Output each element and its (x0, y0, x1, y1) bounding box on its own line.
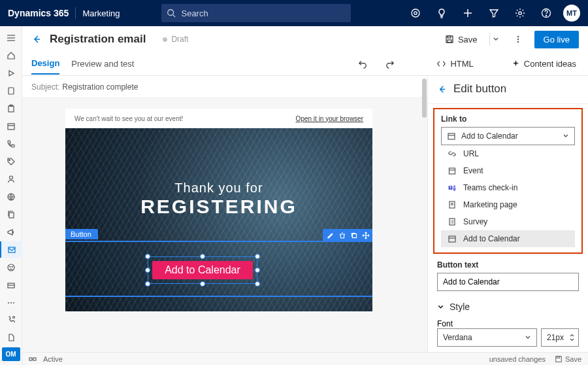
rail-dots-icon[interactable] (0, 294, 22, 311)
resize-handle[interactable] (145, 254, 150, 259)
svg-point-35 (517, 39, 518, 40)
resize-handle[interactable] (255, 281, 260, 287)
design-canvas[interactable]: Subject: Registration complete We can't … (22, 76, 427, 352)
status-flow-icon (29, 355, 37, 363)
selection-duplicate-button[interactable] (349, 230, 359, 241)
open-in-browser-link[interactable]: Open it in your browser (296, 115, 363, 122)
rail-play-icon[interactable] (0, 65, 22, 82)
html-button[interactable]: HTML (434, 56, 476, 71)
rail-card-icon[interactable] (0, 277, 22, 293)
selection-delete-button[interactable] (337, 230, 348, 241)
style-accordion[interactable]: Style (428, 298, 588, 316)
user-avatar[interactable]: MT (563, 5, 580, 22)
selection-edit-button[interactable] (325, 230, 336, 241)
rail-phone-icon[interactable] (0, 136, 22, 152)
tab-design[interactable]: Design (31, 53, 59, 75)
rail-app-badge[interactable]: OM (2, 347, 20, 361)
main-area: Registration email Draft Save Go live De… (22, 26, 588, 352)
lightbulb-icon[interactable] (433, 4, 451, 22)
linkto-option-marketing-page[interactable]: Marketing page (441, 196, 575, 213)
selection-move-button[interactable] (361, 230, 371, 241)
svg-point-24 (12, 266, 12, 267)
buttontext-input[interactable] (437, 273, 579, 291)
rail-device-icon[interactable] (0, 83, 22, 99)
hero-line1: Thank you for (174, 181, 263, 196)
hero-line2: REGISTERING (140, 196, 297, 218)
resize-handle[interactable] (200, 281, 205, 287)
svg-rect-52 (33, 358, 36, 360)
linkto-option-survey[interactable]: Survey (441, 213, 575, 230)
panel-back-button[interactable] (437, 84, 447, 94)
rail-hamburger-icon[interactable] (0, 30, 22, 46)
svg-point-17 (8, 160, 10, 161)
top-nav: Dynamics 365 Marketing Search MT (0, 0, 588, 26)
rail-calendar-icon[interactable] (0, 118, 22, 135)
brand-separator (75, 7, 76, 19)
svg-point-18 (9, 176, 12, 179)
svg-line-1 (173, 15, 176, 18)
rail-globe-icon[interactable] (0, 188, 22, 205)
go-live-button[interactable]: Go live (534, 31, 579, 48)
svg-text:T: T (449, 186, 451, 190)
rail-person-icon[interactable] (0, 171, 22, 188)
calendar-icon (448, 234, 457, 243)
sparkle-icon (512, 60, 520, 68)
settings-icon[interactable] (511, 4, 529, 22)
filter-icon[interactable] (485, 4, 503, 22)
svg-point-34 (517, 36, 518, 37)
linkto-label: Link to (441, 114, 575, 124)
rail-home-icon[interactable] (0, 48, 22, 64)
email-canvas[interactable]: We can't wait to see you at our event! O… (65, 109, 372, 311)
resize-handle[interactable] (145, 268, 150, 273)
email-hero[interactable]: Thank you for REGISTERING Button (65, 128, 372, 311)
svg-rect-20 (9, 213, 14, 218)
rail-megaphone-icon[interactable] (0, 224, 22, 240)
content-ideas-button[interactable]: Content ideas (509, 56, 579, 71)
linkto-option-event[interactable]: Event (441, 162, 575, 179)
redo-button[interactable] (382, 56, 397, 71)
more-commands-button[interactable] (514, 35, 523, 44)
cta-button[interactable]: Add to Calendar (152, 261, 253, 279)
help-icon[interactable] (537, 4, 555, 22)
highlighted-linkto-region: Link to Add to Calendar URL Event TTeams… (433, 108, 583, 254)
subject-bar[interactable]: Subject: Registration complete (22, 76, 427, 98)
rail-copy-icon[interactable] (0, 206, 22, 222)
tab-preview[interactable]: Preview and test (71, 54, 134, 74)
linkto-select[interactable]: Add to Calendar (441, 127, 575, 145)
resize-handle[interactable] (255, 268, 260, 273)
back-button[interactable] (31, 34, 42, 44)
svg-point-43 (453, 185, 456, 188)
module-name[interactable]: Marketing (82, 9, 120, 18)
rail-email-icon[interactable] (0, 241, 22, 258)
rail-doc-icon[interactable] (0, 330, 22, 346)
rail-smile-icon[interactable] (0, 259, 22, 275)
undo-button[interactable] (355, 56, 370, 71)
svg-point-30 (12, 317, 14, 319)
stepper-icon (569, 333, 575, 342)
page-header: Registration email Draft Save Go live (22, 26, 588, 52)
rail-tag-icon[interactable] (0, 154, 22, 170)
app-name[interactable]: Dynamics 365 (8, 8, 69, 18)
resize-handle[interactable] (145, 281, 150, 287)
search-icon (167, 9, 176, 18)
save-split-chevron[interactable] (489, 33, 502, 46)
svg-point-36 (517, 41, 518, 43)
target-icon[interactable] (406, 4, 425, 22)
button-element-frame[interactable]: Add to Calendar (148, 256, 257, 284)
linkto-option-calendar[interactable]: Add to Calendar (441, 230, 575, 247)
linkto-option-teams[interactable]: TTeams check-in (441, 179, 575, 196)
canvas-scrollbar[interactable] (421, 76, 427, 352)
add-icon[interactable] (459, 4, 477, 22)
save-button[interactable]: Save (441, 32, 482, 47)
font-family-select[interactable]: Verdana (437, 328, 537, 347)
global-search[interactable]: Search (161, 4, 351, 22)
font-size-input[interactable]: 21px (541, 328, 579, 347)
resize-handle[interactable] (255, 254, 260, 259)
selection-frame[interactable]: Button (65, 241, 372, 297)
rail-dial-icon[interactable] (0, 312, 22, 328)
linkto-option-url[interactable]: URL (441, 145, 575, 162)
rail-clipboard-icon[interactable] (0, 101, 22, 117)
status-save-button[interactable]: Save (555, 355, 581, 363)
resize-handle[interactable] (200, 254, 205, 259)
svg-point-2 (412, 9, 419, 17)
